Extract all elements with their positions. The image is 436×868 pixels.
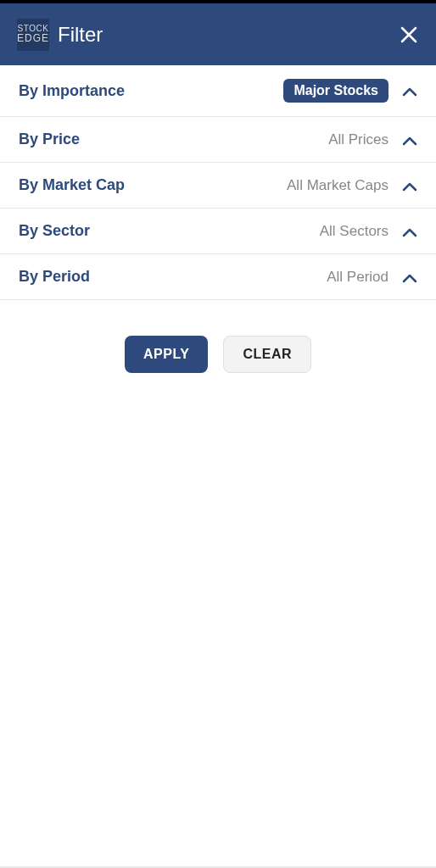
logo: STOCK EDGE [17, 19, 49, 51]
chevron-up-icon [402, 135, 417, 145]
chevron-up-icon [402, 181, 417, 191]
filter-value: All Sectors [320, 223, 388, 240]
filters-container: By Importance Major Stocks By Price All … [0, 65, 436, 300]
filter-right: All Period [327, 269, 417, 286]
filter-right: All Sectors [320, 223, 417, 240]
filter-value: All Period [327, 269, 388, 286]
filter-right: All Market Caps [287, 177, 417, 194]
chevron-up-icon [402, 226, 417, 236]
filter-row-price[interactable]: By Price All Prices [0, 117, 436, 163]
apply-button[interactable]: APPLY [125, 336, 208, 373]
chevron-up-icon [402, 86, 417, 96]
clear-button[interactable]: CLEAR [223, 336, 311, 373]
filter-label: By Importance [19, 82, 125, 100]
actions: APPLY CLEAR [0, 300, 436, 409]
filter-label: By Sector [19, 222, 90, 240]
page-title: Filter [58, 23, 103, 47]
logo-text-bottom: EDGE [17, 33, 49, 44]
filter-label: By Market Cap [19, 176, 125, 194]
filter-right: Major Stocks [283, 79, 417, 103]
header: STOCK EDGE Filter [0, 3, 436, 65]
filter-row-period[interactable]: By Period All Period [0, 254, 436, 300]
filter-badge: Major Stocks [283, 79, 388, 103]
filter-value: All Market Caps [287, 177, 388, 194]
filter-label: By Period [19, 268, 90, 286]
close-icon[interactable] [400, 26, 417, 43]
filter-row-market-cap[interactable]: By Market Cap All Market Caps [0, 163, 436, 209]
filter-right: All Prices [328, 131, 417, 148]
filter-value: All Prices [328, 131, 388, 148]
chevron-up-icon [402, 272, 417, 282]
filter-label: By Price [19, 131, 80, 148]
filter-row-importance[interactable]: By Importance Major Stocks [0, 65, 436, 117]
filter-row-sector[interactable]: By Sector All Sectors [0, 209, 436, 254]
